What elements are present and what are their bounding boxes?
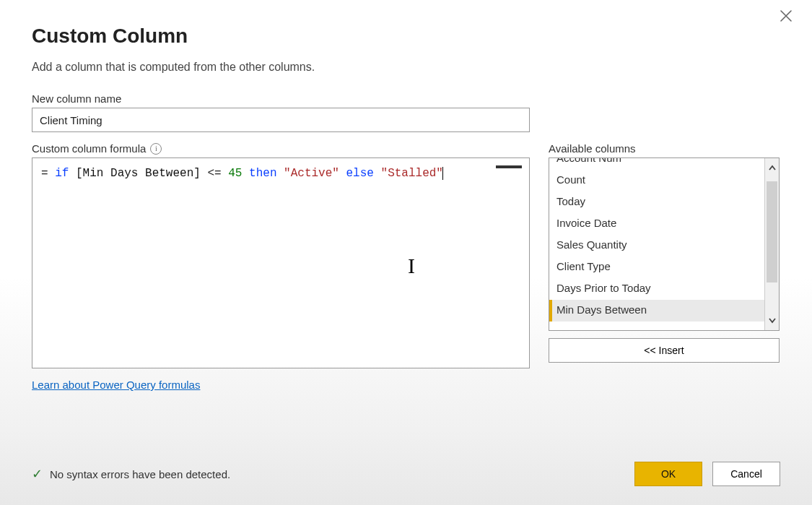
cancel-button[interactable]: Cancel [712, 462, 780, 486]
scroll-down-icon[interactable] [765, 310, 779, 330]
list-item[interactable]: Count [549, 170, 764, 191]
list-item[interactable]: Sales Quantity [549, 235, 764, 256]
status-message: ✓ No syntax errors have been detected. [32, 466, 230, 482]
available-columns-list[interactable]: Account Num Count Today Invoice Date Sal… [549, 157, 780, 331]
learn-link[interactable]: Learn about Power Query formulas [32, 379, 200, 391]
status-text: No syntax errors have been detected. [50, 468, 230, 480]
scroll-track[interactable] [765, 178, 779, 310]
ok-button[interactable]: OK [634, 462, 702, 486]
check-icon: ✓ [32, 466, 43, 482]
new-column-name-input[interactable] [32, 108, 530, 132]
close-icon [780, 8, 793, 27]
ibeam-cursor-icon: I [408, 251, 415, 281]
formula-editor[interactable]: = if [Min Days Between] <= 45 then "Acti… [32, 157, 530, 368]
available-columns-label: Available columns [549, 142, 636, 155]
dialog-title: Custom Column [32, 25, 780, 48]
list-item[interactable]: Client Type [549, 256, 764, 278]
list-item[interactable]: Invoice Date [549, 213, 764, 235]
scrollbar[interactable] [764, 158, 779, 330]
list-item[interactable]: Days Prior to Today [549, 278, 764, 300]
editor-trim-mark [496, 165, 522, 168]
formula-label: Custom column formula [32, 142, 146, 155]
dialog-subtitle: Add a column that is computed from the o… [32, 61, 780, 74]
close-button[interactable] [776, 7, 796, 27]
list-item[interactable]: Today [549, 191, 764, 213]
insert-button[interactable]: << Insert [549, 338, 780, 363]
info-icon[interactable]: i [150, 143, 162, 155]
scroll-thumb[interactable] [767, 181, 777, 282]
scroll-up-icon[interactable] [765, 158, 779, 178]
list-item-selected[interactable]: Min Days Between [549, 300, 764, 321]
custom-column-dialog: Custom Column Add a column that is compu… [0, 0, 812, 505]
text-caret [442, 167, 443, 180]
new-column-name-label: New column name [32, 92, 780, 105]
list-item[interactable]: Account Num [549, 157, 764, 170]
